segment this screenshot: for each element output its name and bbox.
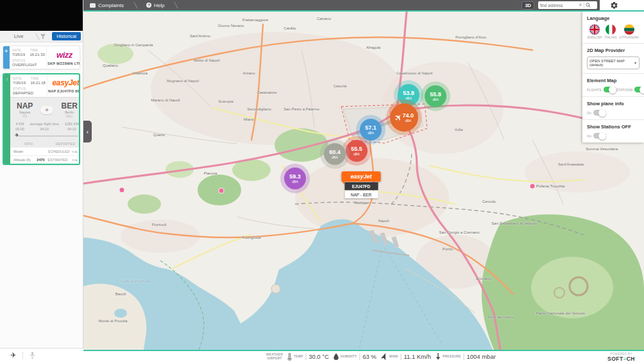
route-text: SKP WZZ8WN LTN [47,62,80,65]
flight-noise-marker[interactable]: ✈74.0dBA [390,103,418,132]
humidity-label: HUMIDITY [341,355,357,358]
temp-label: TEMP [294,355,303,358]
noise-value: 55.8 [430,92,441,98]
wizz-logo: wizz [56,50,72,60]
search-icon[interactable] [586,3,591,8]
flight-card-wizz[interactable]: ✈ DATE7/26/19 TIME16:21:33 STATUSOVERFLI… [3,46,80,69]
plane-info-toggle[interactable] [593,110,606,116]
stations-off-state: On [587,134,591,138]
map-provider-select[interactable]: OPEN STREET MAP (default) ▼ [587,56,640,69]
popup-flight-code: EJU47FD [344,182,378,190]
plane-footer-icon[interactable]: ✈ [10,351,16,359]
date-value: 7/26/19 [12,53,28,56]
time-label: TIME [30,48,46,52]
origin-code: NAP [17,101,33,110]
noise-station-marker[interactable]: 57.1dBA [360,119,382,141]
tab-divider [35,33,40,40]
status-value: OVERFLIGHT [12,63,45,67]
flight-card-easyjet[interactable]: ↑ DATE7/26/19 TIME16:21:18 STATUSDEPARTE… [3,73,80,165]
accent-line [83,10,644,12]
map-provider-title: 2D Map Provider [587,47,640,53]
time-done: 00:00 [15,127,24,131]
popup-route: NAP - BER [344,191,378,198]
language-lithuanian[interactable]: LITHUANIAN [619,24,639,39]
noise-unit: dBA [405,119,411,123]
complaints-button[interactable]: Complaints [83,0,131,10]
stations-off-toggle[interactable] [593,133,606,139]
topbar-divider-2 [174,1,179,8]
flight-popup[interactable]: easyJet EJU47FD NAP - BER [341,171,380,198]
overflight-plane-icon: ✈ [4,49,8,69]
stations-toggle[interactable] [634,87,644,92]
language-italian[interactable]: ITALIAN [604,24,616,39]
avg-flight-time-label: average flight time [30,122,59,126]
tab-historical[interactable]: Historical [52,32,81,40]
distance-done: 4 KM [15,122,24,126]
time-label: TIME [31,76,46,80]
topbar-corner [600,0,644,10]
microphone-footer-icon[interactable] [30,352,35,359]
departure-arrow-icon: ↑ [6,77,8,164]
clear-search-icon[interactable]: ✕ [579,3,582,8]
flight-progress-bar: ✈ [16,135,78,137]
noise-unit: dBA [332,156,337,159]
plane-info-title: Show plane info [587,101,640,107]
date-value: 7/26/19 [13,81,28,85]
airport-label: AIRPORT [266,357,283,360]
avg-flight-time: 04:10 [30,127,59,131]
time-value: 16:21:33 [30,53,46,56]
noise-station-marker[interactable]: 60.4dBA [324,143,346,165]
station-dot[interactable] [119,187,125,193]
station-dot[interactable] [219,188,225,194]
3d-toggle-button[interactable]: 3D [521,1,534,10]
gear-icon[interactable] [610,1,618,10]
element-map-title: Element Map [587,78,640,83]
temp-value: 30.0 °C [309,353,329,360]
status-value: DEPARTED [13,91,46,95]
weather-label: WEATHER [266,353,283,356]
help-button[interactable]: ? Help [140,0,172,10]
language-label: ENGLISH [588,36,602,39]
noise-station-marker[interactable]: 59.3dBA [284,168,306,189]
language-label: LITHUANIAN [619,36,639,39]
uk-flag-icon [589,24,600,35]
noise-station-marker[interactable]: 55.5dBA [346,140,368,162]
language-english[interactable]: ENGLISH [588,24,602,39]
sidebar-collapse-handle[interactable]: ‹ [83,121,92,142]
flights-toggle[interactable] [604,87,616,92]
wind-value: 11.1 Km/h [403,353,431,360]
date-label: DATE [13,76,28,80]
language-title: Language [587,15,640,21]
time-value: 16:21:18 [31,81,46,85]
distance-total: 1281 KM [65,122,79,126]
top-bar: Complaints ? Help 3D ✕ [83,0,644,10]
departed-header: DEPARTED [47,140,80,147]
noise-unit: dBA [368,132,373,135]
origin-sub: ITA [17,114,33,118]
easyjet-logo: easyJet [52,78,79,87]
dropdown-arrow-icon: ▼ [634,61,637,65]
pressure-label: PRESSURE [443,355,461,358]
dest-code: BER [62,101,78,110]
italy-flag-icon [606,24,616,35]
thermometer-icon [287,353,292,361]
tab-live[interactable]: Live [2,33,35,39]
wind-direction-icon [381,353,387,360]
station-dot[interactable] [530,184,536,189]
time-total: 04:10 [65,127,79,131]
noise-value: 60.4 [329,150,341,155]
noise-station-marker[interactable]: 53.8dBA [398,84,419,106]
flights-sidebar: Live Historical ✈ DATE7/26/19 TIME16:21:… [0,0,83,362]
table-row: Altitude (ft) 2470 ESTIMATED n.a. [10,155,80,164]
map-canvas[interactable]: Giugliano in CampaniaQualianoVillariccaM… [83,12,644,350]
filter-icon[interactable] [40,33,46,40]
overflight-stripe: ✈ [3,46,10,69]
flight-info-table: Model SCHEDULED n.a. Altitude (ft) 2470 … [10,147,80,164]
noise-unit: dBA [292,180,298,184]
noise-station-marker[interactable]: 55.8dBA [425,85,446,107]
route-plane-icon: ✈ [40,106,53,114]
humidity-value: 63 % [362,353,377,360]
sidebar-footer: ✈ [0,348,83,362]
dest-sub: DEU [62,114,78,118]
search-input[interactable] [540,3,579,8]
